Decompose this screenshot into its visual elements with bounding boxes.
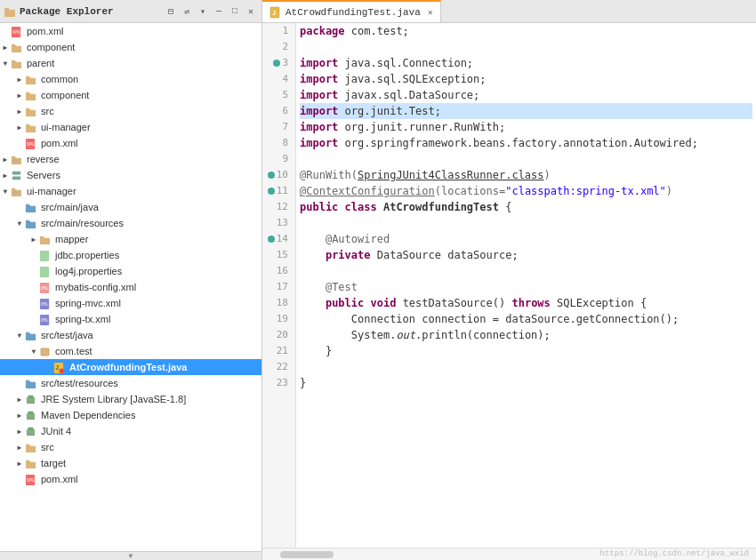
tree-arrow: ▶ [0,172,11,180]
tree-item-ui-manager-proj[interactable]: ▼ui-manager [0,183,261,199]
tree-item-log4j-props[interactable]: log4j.properties [0,263,261,279]
tree-item-src-test-resources[interactable]: src/test/resources [0,375,261,391]
code-line-14[interactable]: @Autowired [300,231,752,247]
tree-item-target[interactable]: ▶target [0,455,261,471]
view-menu-button[interactable]: ▾ [196,4,210,19]
code-line-21[interactable]: } [300,343,752,359]
code-line-6[interactable]: import org.junit.Test; [300,103,752,119]
svg-rect-10 [12,176,20,180]
code-line-2[interactable] [300,39,752,55]
code-line-16[interactable] [300,263,752,279]
code-line-3[interactable]: import java.sql.Connection; [300,55,752,71]
tree-item-parent[interactable]: ▼parent [0,55,261,71]
tree-arrow: ▶ [14,460,25,468]
breakpoint-indicator [273,60,280,67]
editor-panel: J AtCrowdfundingTest.java ✕ 123456789101… [262,0,756,560]
tree-item-com-test[interactable]: ▼com.test [0,343,261,359]
tree-item-AtCrowdfundingTest[interactable]: JAtCrowdfundingTest.java [0,359,261,375]
code-line-10[interactable]: @RunWith(SpringJUnit4ClassRunner.class) [300,167,752,183]
code-line-20[interactable]: System.out.println(connection); [300,327,752,343]
tree-item-icon: XML [39,313,53,325]
tree-item-spring-mvc[interactable]: XMLspring-mvc.xml [0,295,261,311]
tree-item-icon [25,73,39,85]
tree-item-mybatis-config[interactable]: XMLmybatis-config.xml [0,279,261,295]
tree-item-servers[interactable]: ▶Servers [0,167,261,183]
tree-arrow: ▶ [14,76,25,84]
svg-rect-29 [27,428,35,435]
tree-item-src-root[interactable]: ▶src [0,439,261,455]
code-line-12[interactable]: public class AtCrowdfundingTest { [300,199,752,215]
editor-code-area[interactable]: 1234567891011121314151617181920212223 pa… [262,23,756,548]
tree-item-src[interactable]: ▶src [0,103,261,119]
tree-item-icon [25,409,39,421]
tree-item-icon [11,153,25,165]
code-line-11[interactable]: @ContextConfiguration(locations="classpa… [300,183,752,199]
tree-item-icon [25,457,39,469]
tree-item-ui-manager[interactable]: ▶ui-manager [0,119,261,135]
tree-arrow: ▶ [14,428,25,436]
code-line-18[interactable]: public void testDataSource() throws SQLE… [300,295,752,311]
tree-item-label: log4j.properties [55,266,122,276]
line-number-13: 13 [266,215,292,231]
sidebar-title: Package Explorer [20,6,160,17]
tree-item-src-main-java[interactable]: src/main/java [0,199,261,215]
tree-item-junit4[interactable]: ▶JUnit 4 [0,423,261,439]
tree-item-label: AtCrowdfundingTest.java [69,362,187,372]
line-number-6: 6 [266,103,292,119]
tree-item-icon [25,89,39,101]
close-button[interactable]: ✕ [244,4,258,19]
tree-item-pom-parent[interactable]: XMLpom.xml [0,135,261,151]
code-lines[interactable]: package com.test;import java.sql.Connect… [296,23,756,548]
editor-tab-main[interactable]: J AtCrowdfundingTest.java ✕ [262,0,441,22]
tree-item-label: com.test [55,346,92,356]
tree-item-component[interactable]: ▶component [0,87,261,103]
svg-rect-7 [13,159,19,160]
collapse-all-button[interactable]: ⊟ [164,4,178,19]
tree-item-pom-ui[interactable]: XMLpom.xml [0,471,261,487]
line-number-19: 19 [266,311,292,327]
tree-item-reverse[interactable]: ▶reverse [0,151,261,167]
line-numbers: 1234567891011121314151617181920212223 [262,23,296,548]
code-line-13[interactable] [300,215,752,231]
tree-item-jdbc-props[interactable]: jdbc.properties [0,247,261,263]
tree-item-maven-deps[interactable]: ▶Maven Dependencies [0,407,261,423]
tree-item-icon [39,249,53,261]
tree-item-mapper[interactable]: ▶mapper [0,231,261,247]
code-line-5[interactable]: import javax.sql.DataSource; [300,87,752,103]
editor-tabs: J AtCrowdfundingTest.java ✕ [262,0,756,23]
line-number-16: 16 [266,263,292,279]
link-editor-button[interactable]: ⇌ [180,4,194,19]
horizontal-scrollbar[interactable]: https://blog.csdn.net/java_wxid [262,548,756,560]
tree-item-src-main-resources[interactable]: ▼src/main/resources [0,215,261,231]
tree-item-src-test-java[interactable]: ▼src/test/java [0,327,261,343]
package-explorer-panel: Package Explorer ⊟ ⇌ ▾ — □ ✕ XMLpom.xml▶… [0,0,262,560]
tree-item-label: component [41,90,89,100]
code-line-15[interactable]: private DataSource dataSource; [300,247,752,263]
code-line-7[interactable]: import org.junit.runner.RunWith; [300,119,752,135]
tree-item-common[interactable]: ▶common [0,71,261,87]
code-line-1[interactable]: package com.test; [300,23,752,39]
tree-item-spring-tx[interactable]: XMLspring-tx.xml [0,311,261,327]
tree-item-jre-lib[interactable]: ▶JRE System Library [JavaSE-1.8] [0,391,261,407]
sidebar-toolbar: ⊟ ⇌ ▾ — □ ✕ [164,4,258,19]
code-line-17[interactable]: @Test [300,279,752,295]
editor-tab-close[interactable]: ✕ [428,7,433,18]
code-line-9[interactable] [300,151,752,167]
tree-item-icon [11,169,25,181]
minimize-button[interactable]: — [212,4,226,19]
java-file-icon: J [269,6,282,19]
tree-item-pom-root[interactable]: XMLpom.xml [0,23,261,39]
code-line-4[interactable]: import java.sql.SQLException; [300,71,752,87]
svg-rect-28 [28,411,34,413]
maximize-button[interactable]: □ [228,4,242,19]
tree-item-component-root[interactable]: ▶component [0,39,261,55]
tree-item-icon [11,41,25,53]
tree-item-label: src [41,106,54,116]
svg-rect-30 [28,427,34,429]
code-line-8[interactable]: import org.springframework.beans.factory… [300,135,752,151]
tree-arrow: ▼ [0,60,11,68]
code-line-23[interactable]: } [300,375,752,391]
sidebar-scroll-bottom[interactable]: ▼ [0,551,261,560]
code-line-22[interactable] [300,359,752,375]
code-line-19[interactable]: Connection connection = dataSource.getCo… [300,311,752,327]
